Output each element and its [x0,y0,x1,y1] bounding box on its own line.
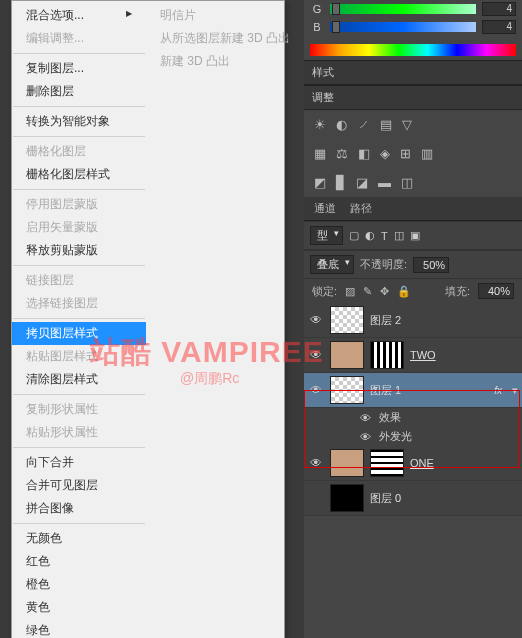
layers-list: 👁图层 2👁TWO👁图层 1fx ▾👁效果👁外发光👁ONE图层 0 [304,303,522,516]
slider-b[interactable] [330,22,476,32]
layers-tab-row: 通道 路径 [304,197,522,221]
layer-name[interactable]: 图层 0 [370,491,401,506]
filter-pixel-icon[interactable]: ▢ [349,229,359,242]
threshold-icon[interactable]: ◪ [356,175,368,190]
menu-item[interactable]: 向下合并 [12,451,146,474]
fx-effects-label: 效果 [379,410,401,425]
lock-all-icon[interactable]: 🔒 [397,285,411,298]
bw-icon[interactable]: ◧ [358,146,370,161]
layer-row[interactable]: 👁ONE [304,446,522,481]
color-sliders: G 4 B 4 [304,0,522,40]
layer-thumb [330,449,364,477]
lock-paint-icon[interactable]: ✎ [363,285,372,298]
lock-trans-icon[interactable]: ▨ [345,285,355,298]
menu-item[interactable]: 栅格化图层样式 [12,163,146,186]
styles-panel-header[interactable]: 样式 [304,60,522,85]
menu-item: 明信片 [146,4,284,27]
menu-separator [13,53,145,54]
vibrance-icon[interactable]: ▽ [402,117,412,132]
layer-name[interactable]: ONE [410,457,434,469]
menu-item[interactable]: 复制图层... [12,57,146,80]
balance-icon[interactable]: ⚖ [336,146,348,161]
layer-thumb [330,376,364,404]
exposure-icon[interactable]: ▤ [380,117,392,132]
filter-type-icon[interactable]: T [381,230,388,242]
menu-item[interactable]: 橙色 [12,573,146,596]
posterize-icon[interactable]: ▊ [336,175,346,190]
layer-context-menu: 混合选项...编辑调整...复制图层...删除图层转换为智能对象栅格化图层栅格化… [11,0,285,638]
visibility-eye-icon[interactable]: 👁 [360,431,371,443]
slider-g-value[interactable]: 4 [482,2,516,16]
layer-thumb [330,306,364,334]
layer-name[interactable]: 图层 2 [370,313,401,328]
visibility-eye-icon[interactable]: 👁 [308,313,324,327]
mixer-icon[interactable]: ⊞ [400,146,411,161]
invert-icon[interactable]: ◩ [314,175,326,190]
fill-value[interactable]: 40% [478,283,514,299]
fx-outer-glow-row[interactable]: 👁外发光 [304,427,522,446]
layer-kind-dd[interactable]: 型 [310,226,343,245]
visibility-eye-icon[interactable]: 👁 [308,456,324,470]
menu-separator [13,189,145,190]
adjustments-row-2: ▦ ⚖ ◧ ◈ ⊞ ▥ [304,139,522,168]
filter-shape-icon[interactable]: ◫ [394,229,404,242]
visibility-eye-icon[interactable]: 👁 [308,383,324,397]
menu-item: 链接图层 [12,269,146,292]
fx-badge[interactable]: fx [494,385,506,396]
menu-item[interactable]: 拼合图像 [12,497,146,520]
layer-name[interactable]: 图层 1 [370,383,401,398]
visibility-eye-icon[interactable]: 👁 [360,412,371,424]
menu-item: 编辑调整... [12,27,146,50]
curves-icon[interactable]: ⟋ [357,117,370,132]
menu-item[interactable]: 红色 [12,550,146,573]
photo-filter-icon[interactable]: ◈ [380,146,390,161]
fill-label: 填充: [445,284,470,299]
blend-mode-dd[interactable]: 叠底 [310,255,354,274]
visibility-eye-icon[interactable]: 👁 [308,348,324,362]
fx-chevron-icon[interactable]: ▾ [512,384,518,397]
hue-icon[interactable]: ▦ [314,146,326,161]
menu-item[interactable]: 释放剪贴蒙版 [12,239,146,262]
menu-separator [13,106,145,107]
levels-icon[interactable]: ◐ [336,117,347,132]
menu-item[interactable]: 黄色 [12,596,146,619]
lock-pos-icon[interactable]: ✥ [380,285,389,298]
filter-smart-icon[interactable]: ▣ [410,229,420,242]
adjustments-panel-header[interactable]: 调整 [304,85,522,110]
menu-item[interactable]: 删除图层 [12,80,146,103]
layer-row[interactable]: 👁TWO [304,338,522,373]
slider-g[interactable] [330,4,476,14]
gradient-map-icon[interactable]: ▬ [378,175,391,190]
menu-item[interactable]: 绿色 [12,619,146,638]
fx-effects-row[interactable]: 👁效果 [304,408,522,427]
layer-name[interactable]: TWO [410,349,436,361]
menu-item[interactable]: 转换为智能对象 [12,110,146,133]
lookup-icon[interactable]: ▥ [421,146,433,161]
tab-channels[interactable]: 通道 [314,197,336,220]
menu-separator [13,394,145,395]
menu-item: 新建 3D 凸出 [146,50,284,73]
menu-item[interactable]: 合并可见图层 [12,474,146,497]
menu-item[interactable]: 拷贝图层样式 [12,322,146,345]
menu-item: 粘贴形状属性 [12,421,146,444]
menu-item[interactable]: 无颜色 [12,527,146,550]
brightness-icon[interactable]: ☀ [314,117,326,132]
menu-separator [13,523,145,524]
layer-row[interactable]: 图层 0 [304,481,522,516]
layer-row[interactable]: 👁图层 1fx ▾ [304,373,522,408]
lock-row: 锁定: ▨ ✎ ✥ 🔒 填充: 40% [304,279,522,303]
selective-icon[interactable]: ◫ [401,175,413,190]
layer-row[interactable]: 👁图层 2 [304,303,522,338]
opacity-label: 不透明度: [360,257,407,272]
slider-b-value[interactable]: 4 [482,20,516,34]
filter-adjust-icon[interactable]: ◐ [365,229,375,242]
blend-row: 叠底 不透明度: 50% [304,250,522,279]
menu-item: 停用图层蒙版 [12,193,146,216]
hue-strip[interactable] [310,44,516,56]
tab-paths[interactable]: 路径 [350,197,372,220]
opacity-value[interactable]: 50% [413,257,449,273]
menu-separator [13,136,145,137]
menu-item[interactable]: 混合选项... [12,4,146,27]
menu-item[interactable]: 清除图层样式 [12,368,146,391]
layer-filter-row: 型 ▢ ◐ T ◫ ▣ [304,221,522,250]
